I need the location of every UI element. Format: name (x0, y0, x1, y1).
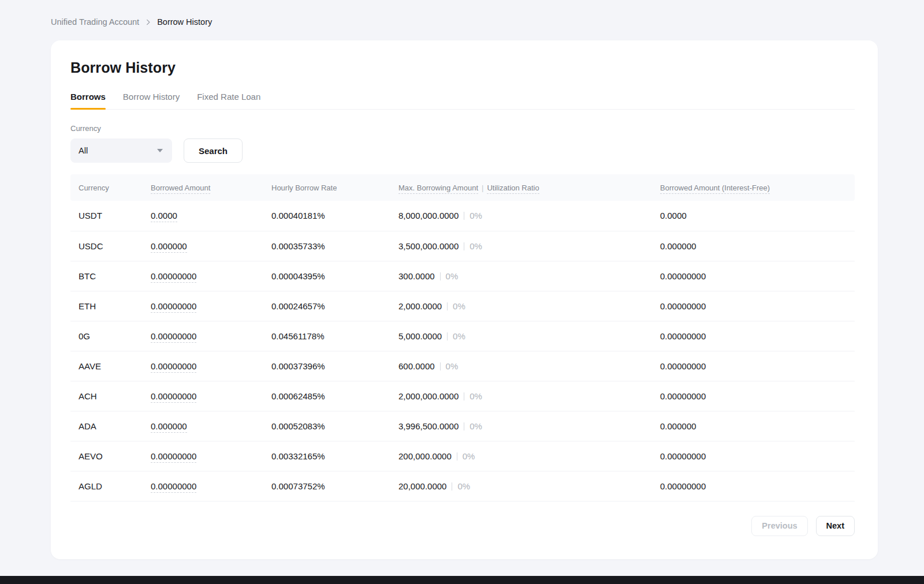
cell-borrowed: 0.00000000 (151, 441, 271, 471)
cell-interest-free: 0.000000 (660, 231, 855, 261)
cell-currency: AAVE (70, 351, 151, 381)
currency-select[interactable]: All (70, 138, 172, 163)
breadcrumb: Unified Trading Account Borrow History (0, 0, 924, 27)
table-row: AEVO 0.00000000 0.00332165% 200,000.0000… (70, 441, 855, 471)
cell-borrowed: 0.0000 (151, 201, 271, 231)
cell-borrowed: 0.00000000 (151, 321, 271, 351)
header-interest-free: Borrowed Amount (Interest-Free) (660, 174, 855, 201)
cell-currency: USDT (70, 201, 151, 231)
cell-currency: ACH (70, 381, 151, 411)
cell-currency: BTC (70, 261, 151, 291)
table-row: AAVE 0.00000000 0.00037396% 600.00000% 0… (70, 351, 855, 381)
cell-interest-free: 0.00000000 (660, 441, 855, 471)
borrow-history-card: Borrow History Borrows Borrow History Fi… (51, 40, 878, 559)
cell-max-util: 3,500,000.00000% (398, 231, 660, 261)
cell-interest-free: 0.00000000 (660, 471, 855, 501)
cell-max-util: 300.00000% (398, 261, 660, 291)
cell-rate: 0.00040181% (271, 201, 398, 231)
cell-currency: ETH (70, 291, 151, 321)
header-hourly-borrow-rate: Hourly Borrow Rate (271, 174, 398, 201)
search-button[interactable]: Search (184, 138, 243, 163)
cell-max-util: 5,000.00000% (398, 321, 660, 351)
pagination: Previous Next (70, 516, 855, 536)
cell-interest-free: 0.000000 (660, 411, 855, 441)
cell-interest-free: 0.00000000 (660, 291, 855, 321)
cell-borrowed: 0.000000 (151, 231, 271, 261)
cell-rate: 0.00062485% (271, 381, 398, 411)
cell-rate: 0.00332165% (271, 441, 398, 471)
table-row: ETH 0.00000000 0.00024657% 2,000.00000% … (70, 291, 855, 321)
currency-select-value: All (79, 146, 88, 155)
table-row: ADA 0.000000 0.00052083% 3,996,500.00000… (70, 411, 855, 441)
header-max-borrowing: Max. Borrowing Amount|Utilization Ratio (398, 174, 660, 201)
cell-currency: ADA (70, 411, 151, 441)
filter-section: Currency All Search (70, 124, 855, 163)
chevron-down-icon (157, 149, 163, 152)
header-currency: Currency (70, 174, 151, 201)
cell-max-util: 8,000,000.00000% (398, 201, 660, 231)
cell-max-util: 3,996,500.00000% (398, 411, 660, 441)
cell-rate: 0.04561178% (271, 321, 398, 351)
cell-currency: 0G (70, 321, 151, 351)
page-title: Borrow History (70, 40, 855, 76)
table-row: AGLD 0.00000000 0.00073752% 20,000.00000… (70, 471, 855, 501)
cell-rate: 0.00024657% (271, 291, 398, 321)
tab-borrows[interactable]: Borrows (70, 92, 106, 109)
header-borrowed-amount: Borrowed Amount (151, 174, 271, 201)
cell-borrowed: 0.00000000 (151, 381, 271, 411)
cell-interest-free: 0.00000000 (660, 321, 855, 351)
cell-interest-free: 0.00000000 (660, 261, 855, 291)
tab-borrow-history[interactable]: Borrow History (123, 92, 180, 109)
table-row: ACH 0.00000000 0.00062485% 2,000,000.000… (70, 381, 855, 411)
cell-currency: AEVO (70, 441, 151, 471)
cell-interest-free: 0.0000 (660, 201, 855, 231)
footer-bar (0, 576, 924, 584)
cell-currency: USDC (70, 231, 151, 261)
breadcrumb-root-link[interactable]: Unified Trading Account (51, 17, 139, 27)
cell-max-util: 600.00000% (398, 351, 660, 381)
cell-borrowed: 0.00000000 (151, 351, 271, 381)
tab-bar: Borrows Borrow History Fixed Rate Loan (70, 92, 855, 110)
cell-max-util: 20,000.00000% (398, 471, 660, 501)
cell-borrowed: 0.000000 (151, 411, 271, 441)
cell-rate: 0.00035733% (271, 231, 398, 261)
cell-interest-free: 0.00000000 (660, 351, 855, 381)
cell-max-util: 2,000,000.00000% (398, 381, 660, 411)
table-row: 0G 0.00000000 0.04561178% 5,000.00000% 0… (70, 321, 855, 351)
chevron-right-icon (145, 19, 151, 25)
cell-rate: 0.00037396% (271, 351, 398, 381)
borrows-table: Currency Borrowed Amount Hourly Borrow R… (70, 174, 855, 501)
cell-rate: 0.00004395% (271, 261, 398, 291)
cell-max-util: 200,000.00000% (398, 441, 660, 471)
next-page-button[interactable]: Next (816, 516, 855, 536)
tab-fixed-rate-loan[interactable]: Fixed Rate Loan (197, 92, 260, 109)
previous-page-button[interactable]: Previous (751, 516, 807, 536)
cell-currency: AGLD (70, 471, 151, 501)
cell-borrowed: 0.00000000 (151, 261, 271, 291)
table-row: USDC 0.000000 0.00035733% 3,500,000.0000… (70, 231, 855, 261)
cell-rate: 0.00052083% (271, 411, 398, 441)
cell-max-util: 2,000.00000% (398, 291, 660, 321)
cell-rate: 0.00073752% (271, 471, 398, 501)
table-header-row: Currency Borrowed Amount Hourly Borrow R… (70, 174, 855, 201)
table-row: BTC 0.00000000 0.00004395% 300.00000% 0.… (70, 261, 855, 291)
breadcrumb-current: Borrow History (157, 17, 212, 27)
cell-interest-free: 0.00000000 (660, 381, 855, 411)
currency-filter-label: Currency (70, 124, 855, 133)
cell-borrowed: 0.00000000 (151, 471, 271, 501)
cell-borrowed: 0.00000000 (151, 291, 271, 321)
table-row: USDT 0.0000 0.00040181% 8,000,000.00000%… (70, 201, 855, 231)
